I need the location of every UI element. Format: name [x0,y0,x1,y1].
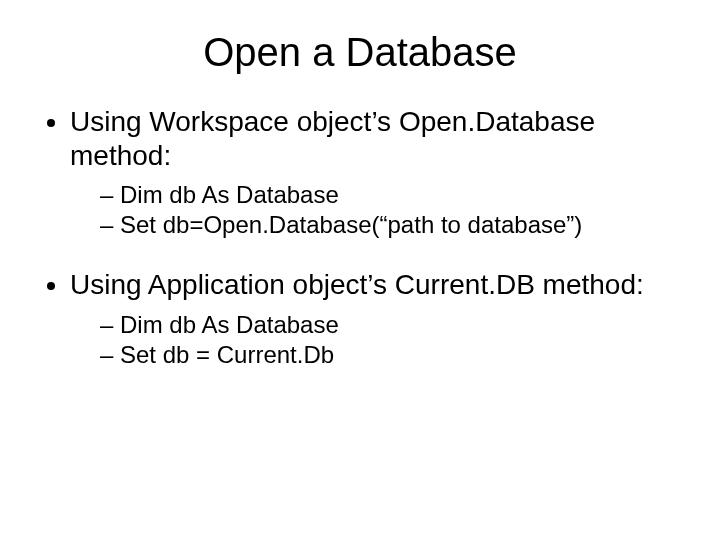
list-item: Using Workspace object’s Open.Database m… [70,105,690,240]
sub-list: Dim db As Database Set db = Current.Db [70,310,690,370]
bullet-text: Using Workspace object’s Open.Database m… [70,106,595,171]
bullet-list: Using Workspace object’s Open.Database m… [30,105,690,370]
sub-bullet-text: Dim db As Database [120,181,339,208]
list-item: Set db=Open.Database(“path to database”) [100,210,690,240]
sub-list: Dim db As Database Set db=Open.Database(… [70,180,690,240]
slide: Open a Database Using Workspace object’s… [0,0,720,540]
sub-bullet-text: Dim db As Database [120,311,339,338]
slide-title: Open a Database [30,30,690,75]
list-item: Set db = Current.Db [100,340,690,370]
list-item: Dim db As Database [100,180,690,210]
list-item: Using Application object’s Current.DB me… [70,268,690,370]
sub-bullet-text: Set db = Current.Db [120,341,334,368]
bullet-text: Using Application object’s Current.DB me… [70,269,644,300]
list-item: Dim db As Database [100,310,690,340]
sub-bullet-text: Set db=Open.Database(“path to database”) [120,211,582,238]
